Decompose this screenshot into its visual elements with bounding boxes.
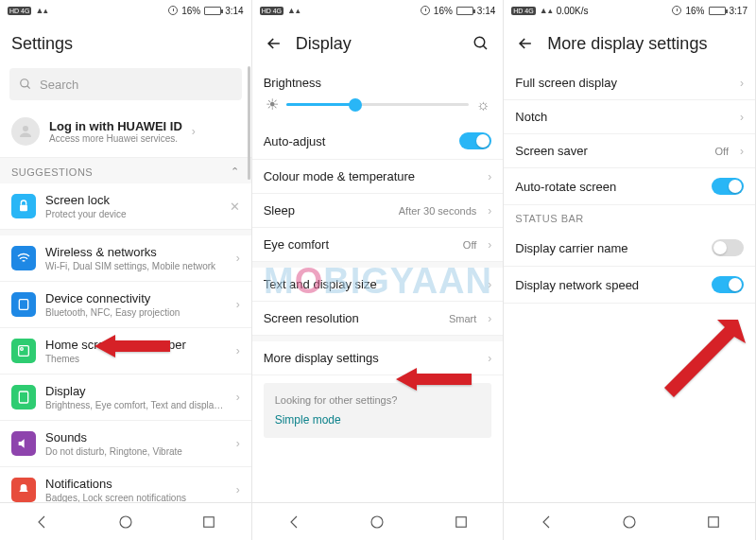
suggestion-screen-lock[interactable]: Screen lock Protect your device ✕ (0, 183, 251, 230)
login-title: Log in with HUAWEI ID (49, 119, 182, 133)
row-notch[interactable]: Notch › (504, 100, 755, 134)
row-colour-mode[interactable]: Colour mode & temperature › (252, 160, 504, 194)
nav-recent[interactable] (200, 514, 217, 531)
sun-low-icon: ☀ (266, 96, 279, 113)
link-simple-mode[interactable]: Simple mode (275, 413, 481, 427)
header: Display (252, 21, 504, 66)
sound-icon (11, 431, 36, 456)
brightness-label-row: Brightness (252, 66, 504, 90)
search-icon (19, 78, 32, 91)
brightness-slider[interactable]: ☀ ☼ (252, 90, 504, 123)
settings-item-notifications[interactable]: NotificationsBadges, Lock screen notific… (0, 467, 251, 502)
status-bar: HD 4G ▲▴ 16% 3:14 (0, 0, 251, 21)
row-full-screen-display[interactable]: Full screen display › (504, 66, 755, 100)
toggle-carrier-name[interactable] (712, 239, 744, 256)
screen-more-display: HD 4G ▲▴ 0.00K/s 16% 3:17 More display s… (504, 0, 756, 540)
close-icon[interactable]: ✕ (230, 200, 240, 214)
svg-rect-23 (708, 516, 718, 527)
nav-home[interactable] (117, 514, 134, 531)
battery-pct: 16% (181, 6, 200, 16)
chevron-right-icon: › (236, 344, 240, 357)
chevron-right-icon: › (236, 483, 240, 496)
status-bar: HD 4G ▲▴ 0.00K/s 16% 3:17 (504, 0, 755, 21)
back-button[interactable] (264, 33, 284, 54)
nav-home[interactable] (621, 514, 638, 531)
chevron-right-icon: › (236, 252, 240, 265)
row-auto-rotate[interactable]: Auto-rotate screen (504, 168, 755, 205)
settings-item-home-wallpaper[interactable]: Home screen & wallpaperThemes › (0, 328, 251, 375)
chevron-right-icon: › (488, 312, 491, 325)
signal-icon: ▲▴ (287, 6, 301, 15)
header: Settings (0, 21, 251, 66)
status-time: 3:14 (225, 6, 243, 16)
login-sub: Access more Huawei services. (49, 133, 182, 144)
toggle-network-speed[interactable] (712, 276, 744, 293)
row-eye-comfort[interactable]: Eye comfort Off › (252, 228, 504, 262)
net-speed: 0.00K/s (557, 6, 589, 16)
row-more-display-settings[interactable]: More display settings › (252, 341, 504, 375)
screen-display: HD 4G ▲▴ 16% 3:14 Display Brightness ☀ ☼… (252, 0, 505, 540)
toggle-auto-adjust[interactable] (459, 132, 491, 149)
chevron-right-icon: › (740, 77, 744, 90)
nav-back[interactable] (285, 514, 302, 531)
hint-box: Looking for other settings? Simple mode (264, 383, 492, 438)
avatar-icon (11, 117, 40, 146)
settings-item-wireless[interactable]: Wireless & networksWi-Fi, Dual SIM setti… (0, 235, 251, 282)
settings-item-device-connectivity[interactable]: Device connectivityBluetooth, NFC, Easy … (0, 282, 251, 328)
settings-item-sounds[interactable]: SoundsDo not disturb, Ringtone, Vibrate … (0, 421, 251, 467)
chevron-right-icon: › (740, 145, 744, 158)
svg-rect-7 (19, 392, 27, 403)
svg-line-18 (484, 45, 488, 49)
row-display-network-speed[interactable]: Display network speed (504, 267, 755, 304)
nav-back[interactable] (538, 514, 555, 531)
nav-back[interactable] (33, 514, 50, 531)
wifi-icon (11, 246, 36, 270)
search-button[interactable] (471, 33, 491, 54)
login-huawei-id[interactable]: Log in with HUAWEI ID Access more Huawei… (0, 106, 251, 158)
chevron-right-icon: › (192, 125, 196, 138)
svg-point-19 (371, 516, 383, 528)
sim-hd-icon: HD 4G (8, 7, 31, 15)
row-sleep[interactable]: Sleep After 30 seconds › (252, 194, 504, 228)
settings-list: Wireless & networksWi-Fi, Dual SIM setti… (0, 235, 251, 502)
svg-point-0 (21, 79, 28, 87)
svg-point-22 (624, 516, 635, 528)
chevron-right-icon: › (488, 170, 491, 183)
nav-recent[interactable] (705, 514, 722, 531)
row-display-carrier-name[interactable]: Display carrier name (504, 230, 755, 267)
svg-point-14 (120, 516, 131, 528)
row-auto-adjust[interactable]: Auto-adjust (252, 123, 504, 160)
settings-item-display[interactable]: DisplayBrightness, Eye comfort, Text and… (0, 375, 251, 421)
chevron-right-icon: › (236, 298, 240, 311)
nav-bar (252, 502, 504, 540)
sun-high-icon: ☼ (476, 96, 490, 113)
page-title: Settings (11, 34, 240, 54)
sim-hd-icon: HD 4G (511, 7, 535, 15)
scrollbar[interactable] (248, 66, 250, 180)
nav-home[interactable] (369, 514, 386, 531)
back-button[interactable] (515, 33, 536, 54)
svg-point-6 (21, 348, 24, 351)
chevron-right-icon: › (236, 391, 240, 404)
page-title: Display (296, 34, 460, 54)
row-screen-saver[interactable]: Screen saver Off › (504, 134, 755, 168)
signal-icon: ▲▴ (540, 6, 553, 15)
status-time: 3:14 (477, 6, 495, 16)
svg-rect-3 (20, 205, 27, 212)
toggle-auto-rotate[interactable] (712, 178, 744, 195)
row-text-size[interactable]: Text and display size › (252, 268, 504, 302)
search-placeholder: Search (40, 78, 78, 92)
display-icon (11, 385, 36, 409)
nav-recent[interactable] (453, 514, 470, 531)
row-screen-resolution[interactable]: Screen resolution Smart › (252, 302, 504, 336)
alarm-icon (421, 6, 430, 15)
wallpaper-icon (11, 339, 36, 363)
section-suggestions[interactable]: SUGGESTIONS ⌃ (0, 158, 251, 183)
svg-point-2 (23, 126, 28, 131)
chevron-right-icon: › (740, 111, 744, 124)
status-time: 3:17 (730, 6, 747, 16)
search-input[interactable]: Search (9, 68, 242, 100)
svg-point-17 (475, 37, 486, 47)
nav-bar (0, 502, 251, 540)
chevron-right-icon: › (488, 278, 491, 291)
